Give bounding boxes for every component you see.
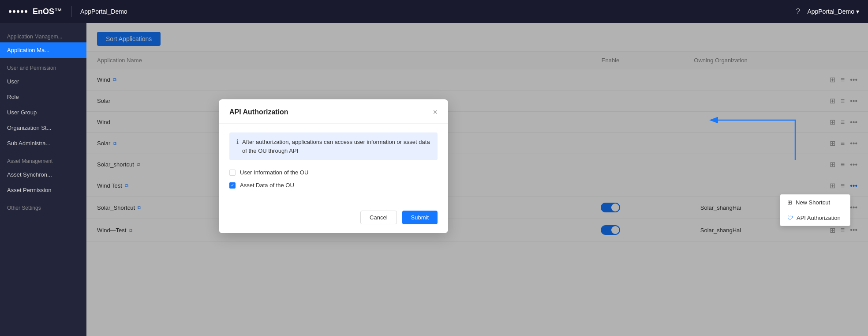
topnav: EnOS™ AppPortal_Demo ? AppPortal_Demo ▾ [0,0,868,23]
user-label: AppPortal_Demo [807,8,854,15]
sidebar-section-user: User and Permission [0,58,86,74]
app-instance-label: AppPortal_Demo [80,8,127,15]
modal-footer: Cancel Submit [219,204,448,233]
topnav-right: ? AppPortal_Demo ▾ [796,7,859,16]
sidebar-section-app: Application Managem... [0,26,86,42]
sidebar-section-other: Other Settings [0,198,86,214]
asset-data-checkbox[interactable] [229,182,236,189]
info-box: ℹ After authorization, applications can … [229,132,438,160]
asset-data-label: Asset Data of the OU [240,182,294,189]
modal-close-button[interactable]: × [433,108,438,116]
logo-dot [25,10,27,13]
modal-body: ℹ After authorization, applications can … [219,124,448,204]
api-auth-icon: 🛡 [787,215,793,221]
logo-dot [9,10,11,13]
dropdown-item-new-shortcut[interactable]: ⊞ New Shortcut [780,195,850,210]
asset-data-checkbox-row: Asset Data of the OU [229,182,438,189]
user-info-checkbox[interactable] [229,170,236,176]
dropdown-item-label: New Shortcut [796,199,830,206]
api-auth-modal: API Authorization × ℹ After authorizatio… [219,99,448,233]
dropdown-item-api-auth[interactable]: 🛡 API Authorization [780,210,850,226]
content-area: Sort Applications Application Name Enabl… [86,23,868,336]
sidebar-item-sub[interactable]: Sub Administra... [0,136,86,151]
cancel-button[interactable]: Cancel [360,211,397,224]
sidebar-item-app-ma[interactable]: Application Ma... [0,42,86,58]
topnav-left: EnOS™ AppPortal_Demo [9,6,127,17]
logo-text: EnOS™ [33,7,62,16]
modal-title: API Authorization [229,108,288,116]
sidebar-item-user-group[interactable]: User Group [0,105,86,120]
info-text: After authorization, applications can ac… [242,138,430,155]
submit-button[interactable]: Submit [402,211,438,224]
new-shortcut-icon: ⊞ [787,199,792,206]
chevron-down-icon: ▾ [856,8,859,15]
info-circle-icon: ℹ [236,138,239,145]
modal-header: API Authorization × [219,99,448,124]
main-layout: Application Managem... Application Ma...… [0,23,868,336]
sidebar-item-role[interactable]: Role [0,89,86,105]
modal-overlay: API Authorization × ℹ After authorizatio… [86,23,868,336]
logo-dot [17,10,19,13]
sidebar: Application Managem... Application Ma...… [0,23,86,336]
dropdown-item-label: API Authorization [797,215,841,221]
logo-dot [21,10,23,13]
sidebar-item-user[interactable]: User [0,74,86,89]
sidebar-item-asset-sync[interactable]: Asset Synchron... [0,167,86,182]
logo-dot [13,10,15,13]
sidebar-item-org[interactable]: Organization St... [0,120,86,136]
logo-dots [9,10,27,13]
help-icon[interactable]: ? [796,7,800,16]
user-info-checkbox-row: User Information of the OU [229,169,438,176]
sidebar-item-asset-perm[interactable]: Asset Permission [0,182,86,198]
actions-dropdown: ⊞ New Shortcut 🛡 API Authorization [780,194,850,226]
sidebar-section-asset: Asset Management [0,151,86,167]
nav-divider [71,6,71,17]
user-menu[interactable]: AppPortal_Demo ▾ [807,8,859,15]
user-info-label: User Information of the OU [240,169,308,176]
